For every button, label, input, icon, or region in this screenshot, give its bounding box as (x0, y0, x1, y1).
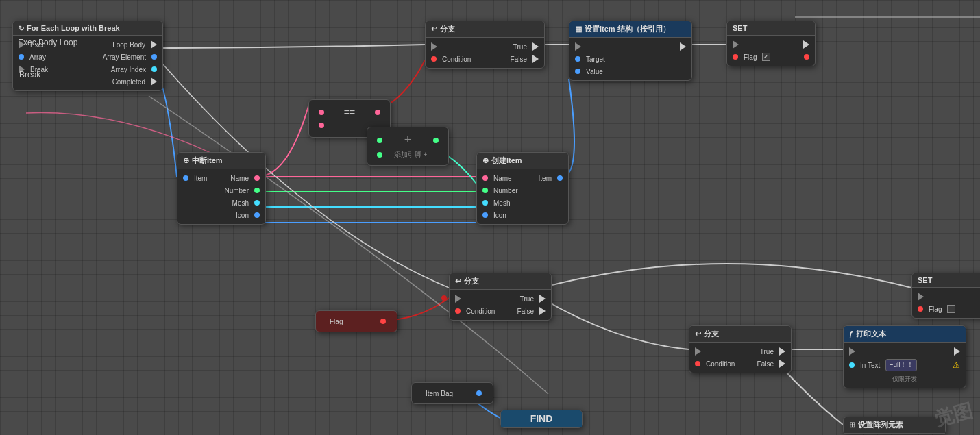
loop-body-pin (151, 40, 157, 49)
bi-item-in (183, 175, 188, 181)
b1-false-pin (532, 55, 539, 63)
branch2-node: ↩ 分支 True Condition False (449, 273, 552, 321)
find-node: FIND (500, 410, 583, 428)
bi-number-out (254, 188, 260, 193)
set2-header: SET (912, 273, 980, 288)
break-item-node: ⊕ 中断Item Item Name Number Mesh (177, 152, 266, 225)
pt-exec-in (849, 347, 855, 356)
add-pin-node: + 添加引脚 + (367, 127, 449, 166)
b1-true-pin (532, 42, 539, 51)
create-item-body: Name Item Number Mesh Icon (477, 169, 568, 224)
create-item-icon: ⊕ (482, 156, 489, 165)
break-row: Break Array Index (13, 63, 162, 75)
ci-mesh-in (482, 200, 488, 206)
b2-condition-pin (455, 308, 461, 314)
pt-intext-pin (849, 362, 855, 368)
flag-out-pin (380, 319, 386, 324)
print-icon: ƒ (849, 330, 853, 338)
add-pin-body: + 添加引脚 + (367, 127, 448, 165)
branch1-node: ↩ 分支 True Condition False (425, 21, 545, 69)
b1-condition-pin (431, 56, 437, 62)
array-row: Array Array Element (13, 51, 162, 63)
branch3-icon: ↩ (695, 330, 701, 338)
eq-in1 (319, 110, 324, 115)
create-item-header: ⊕ 创建Item (477, 153, 568, 169)
completed-pin (151, 77, 157, 86)
flag-node: Flag (315, 310, 397, 332)
break-in-pin (19, 65, 25, 73)
bi-name-out (254, 175, 260, 181)
set-array-header: ⊞ 设置阵列元素 (844, 417, 945, 434)
loop-icon: ↻ (19, 25, 24, 32)
completed-row: Completed (13, 75, 162, 88)
exec-in-pin (19, 40, 25, 49)
sis-exec-in (575, 42, 581, 51)
item-bag-body: Item Bag (412, 383, 493, 403)
for-each-loop-body: Exec Loop Body Array Array Element Break (13, 36, 162, 90)
branch3-body: True Condition False (689, 343, 791, 373)
b1-exec-in (431, 42, 437, 51)
ci-icon-in (482, 212, 488, 218)
array-element-pin (151, 54, 157, 60)
branch1-header: ↩ 分支 (426, 21, 544, 38)
set2-body: Flag (912, 288, 980, 318)
array-index-pin (151, 66, 157, 72)
set-item-struct-header: ▦ 设置Item 结构（按引用） (569, 21, 691, 38)
set1-exec-out (803, 40, 809, 49)
bi-mesh-out (254, 200, 260, 206)
print-text-header: ƒ 打印文本 (844, 326, 966, 343)
pt-exec-out (954, 347, 960, 356)
set1-body: Flag ✓ (727, 36, 815, 66)
b2-true-pin (539, 295, 546, 303)
sis-exec-out (680, 42, 686, 51)
set1-flag-out (804, 54, 809, 60)
break-item-header: ⊕ 中断Item (177, 153, 265, 169)
set2-flag-in (918, 306, 923, 312)
find-header: FIND (501, 410, 582, 427)
b3-condition-pin (695, 361, 700, 366)
break-item-body: Item Name Number Mesh Icon (177, 169, 265, 224)
set-node1: SET Flag ✓ (726, 21, 816, 66)
b3-false-pin (779, 360, 785, 368)
set2-exec-in (918, 293, 924, 301)
b2-exec-in (455, 295, 461, 303)
print-text-body: In Text Full！！ ⚠ 仅限开发 (844, 343, 966, 388)
b3-exec-in (695, 347, 701, 356)
exec-row: Exec Loop Body (13, 38, 162, 51)
item-bag-node: Item Bag (411, 382, 493, 404)
array-icon: ⊞ (849, 421, 855, 430)
array-in-pin (19, 54, 24, 60)
print-text-node: ƒ 打印文本 In Text Full！！ ⚠ 仅限开发 (843, 325, 966, 388)
break-item-icon: ⊕ (183, 156, 189, 165)
bi-icon-out (254, 212, 260, 218)
branch2-icon: ↩ (455, 277, 461, 286)
set1-exec-in (733, 40, 739, 49)
item-bag-out (476, 390, 482, 396)
create-item-node: ⊕ 创建Item Name Item Number Mesh (476, 152, 569, 225)
set-node2: SET Flag (911, 273, 980, 319)
branch3-node: ↩ 分支 True Condition False (689, 325, 792, 373)
set-array-element-node: ⊞ 设置阵列元素 (843, 417, 946, 434)
branch3-header: ↩ 分支 (689, 326, 791, 343)
b2-false-pin (539, 307, 546, 315)
ci-name-in (482, 175, 488, 181)
pt-warn-icon: ⚠ (953, 360, 960, 370)
branch1-icon: ↩ (431, 25, 437, 34)
branch2-header: ↩ 分支 (450, 273, 551, 290)
eq-in2 (319, 123, 324, 128)
set1-flag-in (733, 54, 738, 60)
set1-checkbox: ✓ (762, 53, 770, 61)
ci-number-in (482, 188, 488, 193)
set1-header: SET (727, 21, 815, 36)
set-struct-icon: ▦ (575, 25, 582, 34)
flag-body: Flag (316, 311, 397, 332)
ci-item-out (557, 175, 563, 181)
for-each-loop-node: ↻ For Each Loop with Break Exec Loop Bod… (12, 21, 163, 91)
add-in1 (377, 138, 382, 143)
eq-out (375, 110, 380, 115)
set2-checkbox (947, 305, 955, 313)
sis-value-pin (575, 69, 580, 74)
for-each-loop-header: ↻ For Each Loop with Break (13, 21, 162, 36)
add-out (433, 138, 439, 143)
branch2-body: True Condition False (450, 290, 551, 320)
